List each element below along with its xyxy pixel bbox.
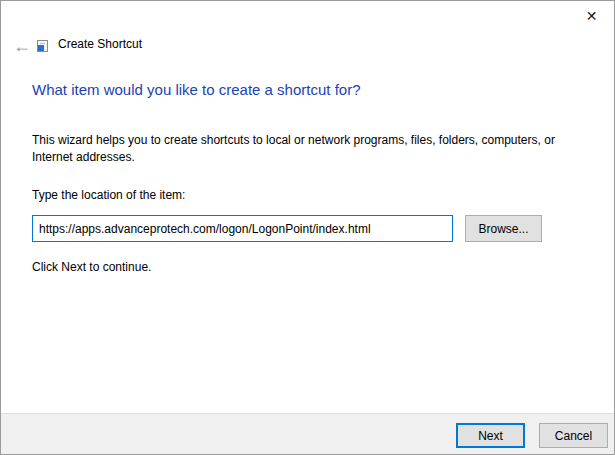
next-hint-text: Click Next to continue. xyxy=(32,260,151,274)
location-input[interactable] xyxy=(32,215,453,242)
shortcut-icon xyxy=(37,40,48,52)
next-button[interactable]: Next xyxy=(456,423,525,448)
back-icon[interactable]: ← xyxy=(9,34,35,58)
create-shortcut-wizard-window: ✕ ← Create Shortcut What item would you … xyxy=(0,0,615,455)
wizard-footer: Next Cancel xyxy=(1,413,614,454)
page-title: What item would you like to create a sho… xyxy=(32,81,360,98)
wizard-header: ← Create Shortcut xyxy=(1,31,614,61)
wizard-title: Create Shortcut xyxy=(58,37,142,51)
wizard-description: This wizard helps you to create shortcut… xyxy=(32,132,584,166)
shortcut-icon-overlay xyxy=(38,45,44,51)
location-input-label: Type the location of the item: xyxy=(32,188,185,202)
browse-button[interactable]: Browse... xyxy=(465,215,542,242)
cancel-button[interactable]: Cancel xyxy=(539,423,608,448)
wizard-content: What item would you like to create a sho… xyxy=(1,61,614,413)
title-bar: ✕ xyxy=(1,1,614,31)
shortcut-icon-page-line xyxy=(40,43,45,44)
close-icon[interactable]: ✕ xyxy=(569,1,614,30)
